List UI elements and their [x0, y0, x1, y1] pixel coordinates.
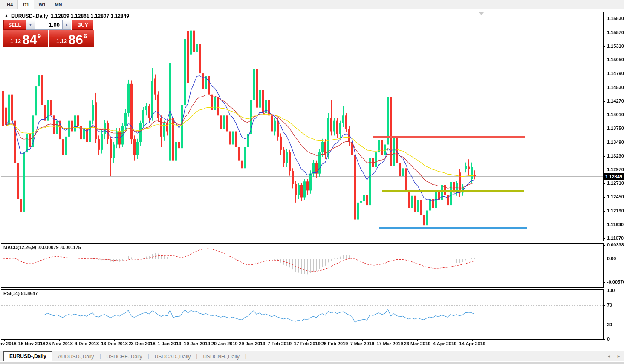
- sell-price-sup: 9: [38, 32, 41, 40]
- date-axis-label: 26 Feb 2019: [321, 341, 348, 346]
- chart-shift-marker-icon[interactable]: [479, 12, 484, 15]
- sell-price-big: 84: [22, 34, 37, 46]
- date-axis-label: 4 Dec 2018: [75, 341, 99, 346]
- chart-title-marker-icon: ▲: [5, 14, 8, 17]
- price-axis-label: 1.12450: [607, 194, 624, 200]
- price-axis-label: 1.13230: [607, 153, 624, 159]
- chart-tab-usdcad[interactable]: USDCAD-,Daily: [149, 352, 196, 361]
- buy-price-tile[interactable]: 1.12 86 6: [49, 30, 94, 47]
- buy-price-big: 86: [68, 34, 83, 46]
- date-axis-label: 17 Mar 2019: [376, 341, 403, 346]
- chart-tab-usdcnh[interactable]: USDCNH-,Daily: [197, 352, 245, 361]
- rsi-indicator-label: RSI(14) 51.8647: [3, 291, 38, 296]
- macd-axis-label: 0.00: [607, 256, 616, 261]
- price-axis-label: 1.13490: [607, 140, 624, 145]
- macd-values: -0.000079 -0.001175: [38, 245, 81, 250]
- date-axis-label: 25 Nov 2018: [46, 341, 73, 346]
- date-axis-label: 26 Mar 2019: [404, 341, 430, 346]
- rsi-axis-label: 0: [607, 336, 610, 342]
- price-axis-label: 1.14270: [607, 98, 624, 104]
- chart-tab-eurusd[interactable]: EURUSD-,Daily: [3, 351, 52, 361]
- date-axis-label: 23 Dec 2018: [129, 341, 156, 346]
- one-click-trade-panel: SELL ▼ ▲ BUY 1.12 84 9 1.12 86 6: [3, 20, 94, 47]
- date-axis-label: 15 Nov 2018: [18, 341, 46, 346]
- chart-tab-bar: EURUSD-,DailyAUDUSD-,Daily|USDCHF-,Daily…: [0, 351, 624, 361]
- rsi-axis-label: 70: [607, 302, 612, 308]
- rsi-axis-label: 30: [607, 322, 612, 327]
- date-axis-label: 4 Apr 2019: [433, 341, 456, 346]
- rsi-value: 51.8647: [21, 291, 38, 296]
- window-bottom-edge: [0, 362, 624, 364]
- chart-tab-usdchf[interactable]: USDCHF-,Daily: [101, 352, 148, 361]
- chart-canvas[interactable]: [0, 0, 624, 364]
- price-axis-label: 1.12970: [607, 167, 624, 172]
- price-axis-label: 1.12710: [607, 181, 624, 186]
- date-axis-label: 17 Feb 2019: [294, 341, 320, 346]
- date-axis-label: 1 Jan 2019: [158, 341, 182, 346]
- price-axis-label: 1.15050: [607, 57, 624, 63]
- price-axis-label: 1.14790: [607, 71, 624, 76]
- volume-input[interactable]: [35, 20, 62, 30]
- price-axis-label: 1.15310: [607, 43, 624, 49]
- macd-title: MACD(12,26,9): [3, 245, 36, 250]
- price-axis-label: 1.11930: [607, 222, 624, 227]
- buy-price-sup: 6: [84, 32, 87, 40]
- sell-price-tile[interactable]: 1.12 84 9: [3, 30, 48, 47]
- buy-button[interactable]: BUY: [72, 20, 93, 30]
- chart-title: EURUSD-,Daily 1.12839 1.12861 1.12807 1.…: [11, 13, 129, 19]
- rsi-axis-label: 100: [607, 288, 615, 293]
- current-price-tag: 1.12849: [604, 173, 624, 180]
- date-axis-label: 20 Jan 2019: [211, 341, 238, 346]
- rsi-title: RSI(14): [3, 291, 20, 296]
- chart-symbol: EURUSD-,Daily: [11, 13, 48, 19]
- volume-decrease-button[interactable]: ▼: [26, 20, 35, 30]
- buy-price-prefix: 1.12: [56, 38, 67, 44]
- chart-ohlc-values: 1.12839 1.12861 1.12807 1.12849: [51, 13, 129, 19]
- price-axis-label: 1.14010: [607, 112, 624, 118]
- price-axis-label: 1.15570: [607, 30, 624, 35]
- sell-button[interactable]: SELL: [3, 20, 26, 30]
- price-axis-label: 1.11670: [607, 235, 624, 241]
- price-axis-label: 1.12190: [607, 208, 624, 214]
- trading-terminal-window: H4D1W1MN ▲ EURUSD-,Daily 1.12839 1.12861…: [0, 0, 624, 364]
- date-axis-label: 7 Feb 2019: [268, 341, 292, 346]
- price-axis-label: 1.15830: [607, 16, 624, 21]
- tab-separator: |: [245, 353, 246, 359]
- date-axis-label: 13 Dec 2018: [101, 341, 128, 346]
- tab-scroll-left-icon[interactable]: ◄: [607, 354, 611, 358]
- volume-increase-button[interactable]: ▲: [62, 20, 71, 30]
- date-axis-label: 14 Apr 2019: [459, 341, 485, 346]
- price-axis-label: 1.14530: [607, 85, 624, 90]
- date-axis-label: 7 Mar 2019: [350, 341, 374, 346]
- date-axis-label: 6 Nov 2018: [0, 341, 17, 346]
- price-axis-label: 1.13750: [607, 126, 624, 131]
- chart-tab-audusd[interactable]: AUDUSD-,Daily: [52, 352, 100, 361]
- sell-price-prefix: 1.12: [10, 38, 21, 44]
- tab-scroll-right-icon[interactable]: ►: [617, 354, 621, 358]
- date-axis-label: 29 Jan 2019: [239, 341, 266, 346]
- macd-axis-label: -0.00576: [607, 279, 624, 285]
- macd-axis-label: 0.003387: [607, 242, 624, 248]
- macd-indicator-label: MACD(12,26,9) -0.000079 -0.001175: [3, 245, 81, 250]
- date-axis-label: 10 Jan 2019: [184, 341, 210, 346]
